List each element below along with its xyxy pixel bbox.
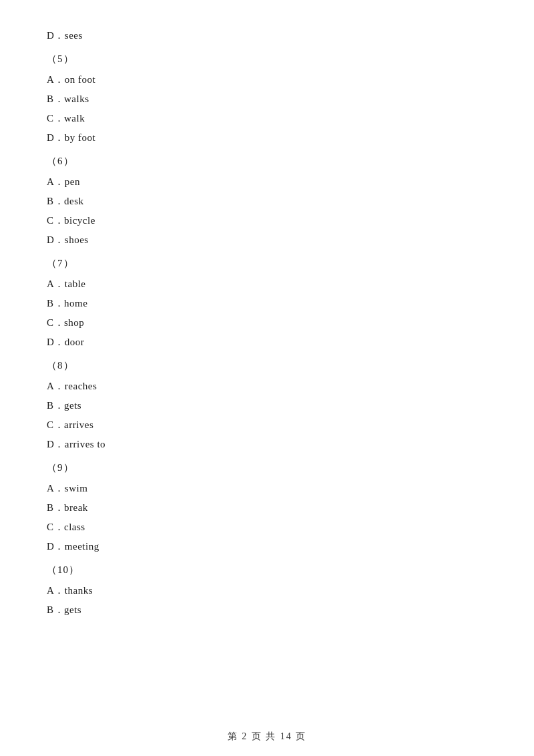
question-6-number: （6） <box>47 152 487 170</box>
question-10-number: （10） <box>47 561 487 579</box>
q8-option-a: A．reaches <box>47 377 487 395</box>
q8-option-b: B．gets <box>47 397 487 415</box>
q9-option-d: D．meeting <box>47 538 487 556</box>
q7-option-a: A．table <box>47 275 487 293</box>
q7-option-d: D．door <box>47 333 487 351</box>
q10-option-a: A．thanks <box>47 582 487 600</box>
q5-option-d: D．by foot <box>47 129 487 147</box>
page-footer: 第 2 页 共 14 页 <box>0 731 534 743</box>
q5-option-a: A．on foot <box>47 71 487 89</box>
question-5-number: （5） <box>47 50 487 68</box>
q6-option-c: C．bicycle <box>47 212 487 230</box>
q5-option-c: C．walk <box>47 110 487 128</box>
q6-option-a: A．pen <box>47 173 487 191</box>
q6-option-b: B．desk <box>47 192 487 210</box>
q9-option-c: C．class <box>47 518 487 536</box>
page-content: D．sees （5） A．on foot B．walks C．walk D．by… <box>0 0 534 660</box>
q10-option-b: B．gets <box>47 601 487 619</box>
q5-option-b: B．walks <box>47 90 487 108</box>
question-8-number: （8） <box>47 357 487 375</box>
question-7-number: （7） <box>47 254 487 272</box>
q7-option-c: C．shop <box>47 314 487 332</box>
q9-option-b: B．break <box>47 499 487 517</box>
q8-option-c: C．arrives <box>47 416 487 434</box>
q9-option-a: A．swim <box>47 480 487 498</box>
q7-option-b: B．home <box>47 295 487 313</box>
question-9-number: （9） <box>47 459 487 477</box>
q8-option-d: D．arrives to <box>47 435 487 453</box>
q6-option-d: D．shoes <box>47 231 487 249</box>
q4-option-d: D．sees <box>47 27 487 45</box>
